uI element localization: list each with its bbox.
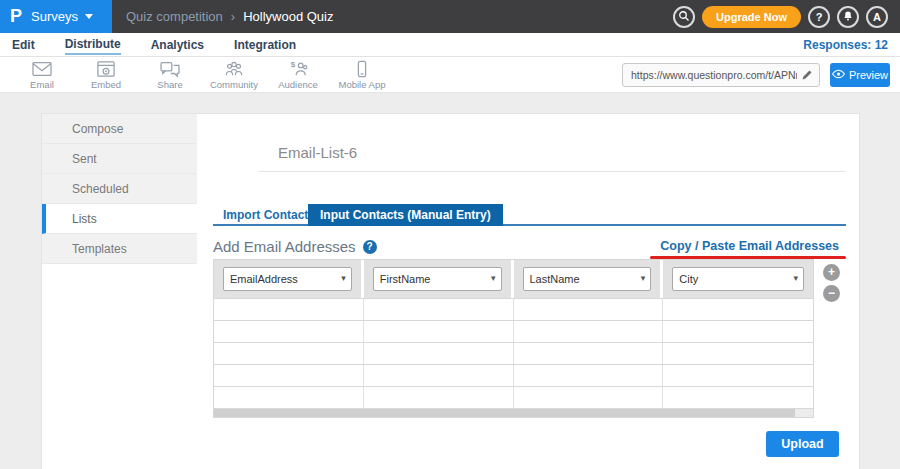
section-heading: Add Email Addresses ? xyxy=(213,238,377,255)
grid-header-row: EmailAddress ▾ FirstName ▾ LastName xyxy=(214,260,813,298)
grid-row xyxy=(214,298,813,320)
grid-cell[interactable] xyxy=(214,387,364,408)
grid-header-cell: City ▾ xyxy=(663,260,813,298)
horizontal-scrollbar[interactable] xyxy=(214,408,813,417)
grid-cell[interactable] xyxy=(364,299,514,320)
edit-url-icon[interactable] xyxy=(799,69,819,81)
tab-import-contacts[interactable]: Import Contacts xyxy=(223,208,315,222)
grid-cell[interactable] xyxy=(364,387,514,408)
nav-item-analytics[interactable]: Analytics xyxy=(151,36,204,54)
breadcrumb-survey-name[interactable]: Hollywood Quiz xyxy=(243,9,333,24)
tab-input-contacts-manual-entry[interactable]: Input Contacts (Manual Entry) xyxy=(308,204,503,226)
title-divider xyxy=(258,171,846,172)
product-label: Surveys xyxy=(31,9,78,24)
sidebar-item-lists[interactable]: Lists xyxy=(42,204,197,234)
grid-cell[interactable] xyxy=(214,365,364,386)
eye-icon xyxy=(832,69,845,81)
help-icon[interactable]: ? xyxy=(363,240,377,254)
channel-label: Audience xyxy=(278,79,318,90)
list-detail-panel: Email-List-6 Import Contacts Input Conta… xyxy=(197,114,861,469)
topbar-actions: Upgrade Now ? A xyxy=(673,6,900,28)
upgrade-now-button[interactable]: Upgrade Now xyxy=(702,6,801,28)
field-select-last-name[interactable]: LastName xyxy=(523,267,652,291)
share-icon xyxy=(159,60,181,78)
top-bar: P Surveys Quiz competition › Hollywood Q… xyxy=(0,0,900,33)
email-lists-card: Compose Sent Scheduled Lists Templates E… xyxy=(41,113,860,469)
nav-item-integration[interactable]: Integration xyxy=(234,36,296,54)
channel-label: Mobile App xyxy=(338,79,385,90)
responses-count[interactable]: Responses: 12 xyxy=(803,38,888,52)
channel-label: Community xyxy=(210,79,258,90)
breadcrumb-separator: › xyxy=(231,9,235,24)
channel-share[interactable]: Share xyxy=(145,60,195,90)
email-sidebar: Compose Sent Scheduled Lists Templates xyxy=(42,114,197,264)
field-select-wrap: LastName ▾ xyxy=(523,267,652,291)
search-button[interactable] xyxy=(673,6,695,28)
sidebar-item-templates[interactable]: Templates xyxy=(42,234,197,264)
grid-cell[interactable] xyxy=(514,299,664,320)
grid-row xyxy=(214,320,813,342)
grid-cell[interactable] xyxy=(364,343,514,364)
field-select-city[interactable]: City xyxy=(672,267,804,291)
grid-row xyxy=(214,386,813,408)
breadcrumb: Quiz competition › Hollywood Quiz xyxy=(126,9,334,24)
surveys-product-switcher[interactable]: P Surveys xyxy=(0,0,112,33)
grid-header-cell: FirstName ▾ xyxy=(364,260,514,298)
sidebar-item-sent[interactable]: Sent xyxy=(42,144,197,174)
grid-cell[interactable] xyxy=(663,299,813,320)
channel-label: Email xyxy=(30,79,54,90)
email-icon xyxy=(31,60,53,78)
survey-url-box xyxy=(622,63,820,87)
row-add-remove-controls: + − xyxy=(823,264,840,302)
channel-mobile-app[interactable]: Mobile App xyxy=(337,60,387,90)
grid-cell[interactable] xyxy=(663,343,813,364)
bell-icon xyxy=(842,10,854,24)
grid-cell[interactable] xyxy=(514,343,664,364)
grid-header-cell: EmailAddress ▾ xyxy=(214,260,364,298)
channel-community[interactable]: Community xyxy=(209,60,259,90)
grid-cell[interactable] xyxy=(663,387,813,408)
grid-cell[interactable] xyxy=(214,299,364,320)
sidebar-item-compose[interactable]: Compose xyxy=(42,114,197,144)
grid-row xyxy=(214,364,813,386)
preview-label: Preview xyxy=(849,69,888,81)
section-heading-label: Add Email Addresses xyxy=(213,238,356,255)
nav-item-edit[interactable]: Edit xyxy=(12,36,35,54)
grid-cell[interactable] xyxy=(663,321,813,342)
grid-cell[interactable] xyxy=(214,321,364,342)
grid-cell[interactable] xyxy=(514,387,664,408)
field-select-wrap: EmailAddress ▾ xyxy=(223,267,352,291)
grid-cell[interactable] xyxy=(663,365,813,386)
copy-paste-email-addresses-link[interactable]: Copy / Paste Email Addresses xyxy=(660,239,839,253)
preview-button[interactable]: Preview xyxy=(830,63,890,87)
avatar[interactable]: A xyxy=(866,6,888,28)
embed-icon xyxy=(95,60,117,78)
grid-cell[interactable] xyxy=(364,365,514,386)
field-select-first-name[interactable]: FirstName xyxy=(373,267,502,291)
survey-nav: Edit Distribute Analytics Integration Re… xyxy=(0,33,900,57)
community-icon xyxy=(223,60,245,78)
grid-cell[interactable] xyxy=(364,321,514,342)
grid-header-cell: LastName ▾ xyxy=(514,260,664,298)
channel-email[interactable]: Email xyxy=(17,60,67,90)
add-row-button[interactable]: + xyxy=(823,264,840,281)
notifications-button[interactable] xyxy=(837,6,859,28)
sidebar-item-scheduled[interactable]: Scheduled xyxy=(42,174,197,204)
nav-item-distribute[interactable]: Distribute xyxy=(65,35,121,55)
channel-audience[interactable]: $ Audience xyxy=(273,60,323,90)
upload-button[interactable]: Upload xyxy=(766,431,839,457)
help-button[interactable]: ? xyxy=(808,6,830,28)
grid-cell[interactable] xyxy=(514,321,664,342)
svg-text:$: $ xyxy=(291,60,296,69)
channel-label: Embed xyxy=(91,79,121,90)
grid-cell[interactable] xyxy=(214,343,364,364)
channel-embed[interactable]: Embed xyxy=(81,60,131,90)
grid-cell[interactable] xyxy=(514,365,664,386)
breadcrumb-folder[interactable]: Quiz competition xyxy=(126,9,223,24)
survey-url-input[interactable] xyxy=(623,69,799,81)
chevron-down-icon xyxy=(85,14,93,19)
scrollbar-thumb[interactable] xyxy=(214,409,795,417)
field-select-email-address[interactable]: EmailAddress xyxy=(223,267,352,291)
contacts-entry-grid: EmailAddress ▾ FirstName ▾ LastName xyxy=(213,259,814,418)
remove-row-button[interactable]: − xyxy=(823,285,840,302)
